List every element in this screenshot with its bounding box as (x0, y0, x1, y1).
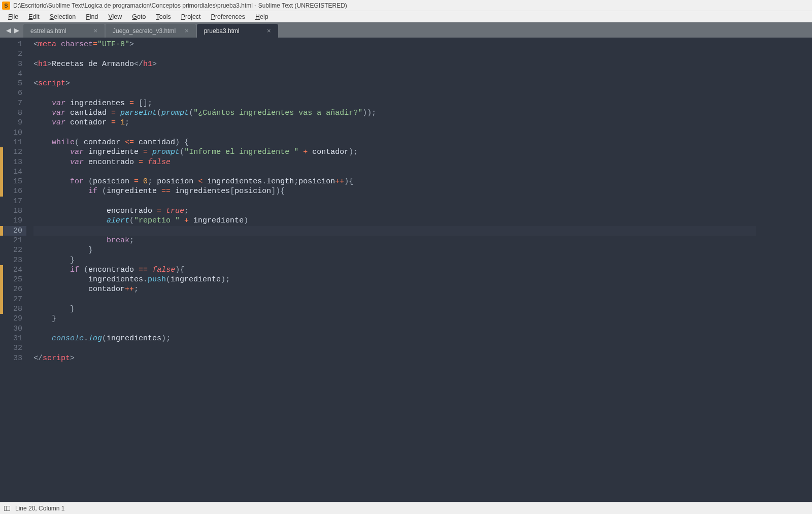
menu-find[interactable]: Find (81, 12, 103, 21)
line-number[interactable]: 23 (3, 255, 22, 265)
code-line[interactable]: var ingredientes = []; (33, 99, 756, 108)
close-icon[interactable]: × (84, 27, 97, 35)
line-number[interactable]: 22 (3, 245, 22, 255)
line-number[interactable]: 25 (3, 275, 22, 284)
code-line[interactable]: } (33, 314, 756, 324)
tab-label: estrellas.html (30, 27, 66, 35)
code-line[interactable] (33, 226, 756, 236)
line-number[interactable]: 9 (3, 118, 22, 127)
line-number[interactable]: 20 (3, 226, 26, 236)
code-line[interactable]: var cantidad = parseInt(prompt("¿Cuántos… (33, 108, 756, 118)
line-number[interactable]: 16 (3, 186, 22, 196)
close-icon[interactable]: × (176, 27, 189, 35)
code-line[interactable]: <meta charset="UTF-8"> (33, 40, 756, 49)
code-line[interactable]: } (33, 255, 756, 265)
nav-forward-icon[interactable]: ▶ (14, 26, 19, 34)
status-cursor-position[interactable]: Line 20, Column 1 (15, 505, 64, 512)
line-number[interactable]: 32 (3, 343, 22, 353)
menu-selection[interactable]: Selection (45, 12, 81, 21)
line-number[interactable]: 26 (3, 284, 22, 294)
line-number[interactable]: 19 (3, 216, 22, 226)
code-line[interactable] (33, 295, 756, 304)
code-line[interactable]: var contador = 1; (33, 118, 756, 127)
line-number[interactable]: 15 (3, 177, 22, 186)
nav-back-icon[interactable]: ◀ (6, 26, 11, 34)
modified-marker (0, 265, 3, 314)
modified-marker (0, 226, 3, 236)
code-line[interactable]: ingredientes.push(ingrediente); (33, 275, 756, 284)
line-number[interactable]: 7 (3, 99, 22, 108)
code-line[interactable]: } (33, 304, 756, 314)
line-number[interactable]: 21 (3, 236, 22, 245)
code-line[interactable] (33, 343, 756, 353)
line-number[interactable]: 29 (3, 314, 22, 324)
code-line[interactable]: contador++; (33, 284, 756, 294)
menu-help[interactable]: Help (250, 12, 274, 21)
line-number[interactable]: 18 (3, 206, 22, 216)
code-line[interactable] (33, 88, 756, 98)
line-number[interactable]: 17 (3, 197, 22, 206)
tab-bar: ◀ ▶ estrellas.html×Juego_secreto_v3.html… (0, 22, 812, 38)
tab-juego_secreto_v3-html[interactable]: Juego_secreto_v3.html× (106, 24, 196, 38)
close-icon[interactable]: × (258, 27, 271, 35)
code-line[interactable]: if (encontrado == false){ (33, 265, 756, 275)
code-line[interactable]: } (33, 245, 756, 255)
menu-bar: FileEditSelectionFindViewGotoToolsProjec… (0, 11, 812, 22)
code-line[interactable]: <script> (33, 79, 756, 88)
tab-label: Juego_secreto_v3.html (113, 27, 176, 35)
code-line[interactable] (33, 324, 756, 334)
window-titlebar: S D:\Escritorio\Sublime Text\Logica de p… (0, 0, 812, 11)
code-line[interactable]: while( contador <= cantidad) { (33, 138, 756, 147)
code-line[interactable]: console.log(ingredientes); (33, 334, 756, 343)
line-number[interactable]: 8 (3, 108, 22, 118)
menu-file[interactable]: File (3, 12, 23, 21)
menu-goto[interactable]: Goto (127, 12, 151, 21)
code-line[interactable]: for (posicion = 0; posicion < ingredient… (33, 177, 756, 186)
line-number[interactable]: 27 (3, 295, 22, 304)
code-content[interactable]: <meta charset="UTF-8"> <h1>Recetas de Ar… (26, 38, 756, 502)
menu-project[interactable]: Project (176, 12, 206, 21)
code-line[interactable]: <h1>Recetas de Armando</h1> (33, 59, 756, 69)
code-line[interactable]: </script> (33, 354, 756, 363)
tab-estrellas-html[interactable]: estrellas.html× (23, 24, 105, 38)
code-line[interactable]: var encontrado = false (33, 157, 756, 167)
line-number[interactable]: 2 (3, 49, 22, 59)
line-number[interactable]: 4 (3, 69, 22, 79)
code-line[interactable]: alert("repetio " + ingrediente) (33, 216, 756, 226)
line-number[interactable]: 10 (3, 128, 22, 138)
line-number[interactable]: 30 (3, 324, 22, 334)
menu-view[interactable]: View (103, 12, 127, 21)
line-number[interactable]: 12 (3, 147, 22, 157)
editor-area[interactable]: 1234567891011121314151617181920212223242… (0, 38, 812, 502)
code-line[interactable] (33, 167, 756, 177)
line-number[interactable]: 14 (3, 167, 22, 177)
line-number[interactable]: 11 (3, 138, 22, 147)
line-number[interactable]: 3 (3, 59, 22, 69)
line-number[interactable]: 1 (3, 40, 22, 49)
panel-switcher-icon[interactable] (4, 506, 10, 511)
code-line[interactable]: var ingrediente = prompt("Informe el ing… (33, 147, 756, 157)
line-number[interactable]: 31 (3, 334, 22, 343)
menu-preferences[interactable]: Preferences (206, 12, 250, 21)
tab-nav-arrows[interactable]: ◀ ▶ (2, 22, 23, 38)
line-number[interactable]: 33 (3, 354, 22, 363)
minimap[interactable] (756, 38, 812, 502)
status-bar: Line 20, Column 1 (0, 502, 812, 514)
code-line[interactable] (33, 49, 756, 59)
line-number[interactable]: 13 (3, 157, 22, 167)
code-line[interactable] (33, 197, 756, 206)
code-line[interactable] (33, 128, 756, 138)
line-number[interactable]: 28 (3, 304, 22, 314)
menu-tools[interactable]: Tools (151, 12, 176, 21)
app-icon: S (2, 2, 10, 10)
line-number-gutter[interactable]: 1234567891011121314151617181920212223242… (3, 38, 26, 502)
menu-edit[interactable]: Edit (23, 12, 45, 21)
tab-prueba3-html[interactable]: prueba3.html× (197, 24, 278, 38)
code-line[interactable] (33, 69, 756, 79)
line-number[interactable]: 24 (3, 265, 22, 275)
code-line[interactable]: if (ingrediente == ingredientes[posicion… (33, 186, 756, 196)
line-number[interactable]: 6 (3, 88, 22, 98)
code-line[interactable]: encontrado = true; (33, 206, 756, 216)
line-number[interactable]: 5 (3, 79, 22, 88)
code-line[interactable]: break; (33, 236, 756, 245)
